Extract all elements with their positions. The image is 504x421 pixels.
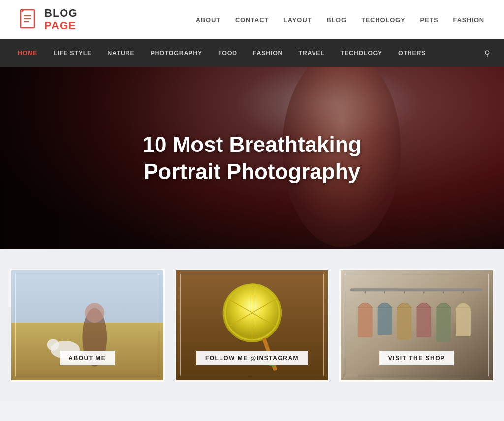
card-instagram[interactable]: FOLLOW ME @INSTAGRAM	[175, 269, 330, 382]
card-shop-label: VISIT THE SHOP	[379, 351, 454, 365]
logo-blog: BLOG	[44, 7, 78, 19]
main-nav-fashion[interactable]: FASHION	[245, 39, 290, 67]
hero-title: 10 Most Breathtaking Portrait Photograph…	[119, 131, 385, 185]
search-button[interactable]: ⚲	[480, 47, 494, 60]
logo-page: PAGE	[44, 20, 78, 31]
main-nav-techology[interactable]: TECHOLOGY	[333, 39, 390, 67]
card-shop[interactable]: VISIT THE SHOP	[339, 269, 494, 382]
top-nav-pets[interactable]: PETS	[420, 16, 438, 24]
search-icon: ⚲	[484, 49, 490, 58]
main-nav-travel[interactable]: TRAVEL	[290, 39, 332, 67]
cards-grid: ABOUT ME	[10, 269, 494, 382]
top-nav-about[interactable]: ABOUT	[196, 16, 220, 24]
main-nav-food[interactable]: FOOD	[210, 39, 245, 67]
top-nav-links: ABOUT CONTACT LAYOUT BLOG TECHOLOGY PETS…	[196, 15, 484, 24]
hero-section: 10 Most Breathtaking Portrait Photograph…	[0, 67, 504, 249]
main-nav-others[interactable]: OTHERS	[390, 39, 434, 67]
hero-content: 10 Most Breathtaking Portrait Photograph…	[99, 131, 405, 185]
logo[interactable]: BLOG PAGE	[20, 7, 78, 31]
logo-text: BLOG PAGE	[44, 7, 78, 31]
card-about-me-label: ABOUT ME	[60, 351, 115, 365]
top-nav-layout[interactable]: LAYOUT	[284, 16, 312, 24]
logo-icon	[20, 9, 38, 30]
main-nav-home[interactable]: HOME	[10, 39, 45, 67]
main-nav: HOME LIFE STYLE NATURE PHOTOGRAPHY FOOD …	[0, 39, 504, 67]
top-nav-fashion[interactable]: FASHION	[453, 16, 484, 24]
top-nav-blog[interactable]: BLOG	[326, 16, 346, 24]
card-about-me[interactable]: ABOUT ME	[10, 269, 165, 382]
main-nav-photography[interactable]: PHOTOGRAPHY	[143, 39, 210, 67]
top-header: BLOG PAGE ABOUT CONTACT LAYOUT BLOG TECH…	[0, 0, 504, 39]
main-nav-nature[interactable]: NATURE	[99, 39, 142, 67]
svg-point-9	[47, 339, 59, 351]
top-nav-contact[interactable]: CONTACT	[235, 16, 269, 24]
card-instagram-label: FOLLOW ME @INSTAGRAM	[196, 351, 308, 365]
cards-section: ABOUT ME	[0, 249, 504, 401]
svg-point-7	[85, 303, 104, 323]
top-nav-techology[interactable]: TECHOLOGY	[361, 16, 406, 24]
main-nav-lifestyle[interactable]: LIFE STYLE	[45, 39, 99, 67]
